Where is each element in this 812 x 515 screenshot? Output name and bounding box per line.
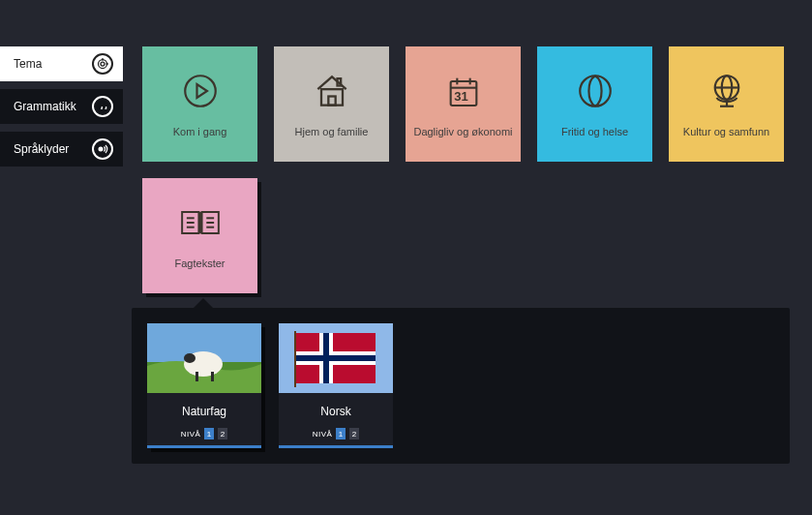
card-norsk[interactable]: Norsk NIVÅ 1 2 [279, 323, 393, 448]
svg-point-1 [101, 62, 105, 66]
tile-kultur-og-samfunn[interactable]: Kultur og samfunn [669, 46, 784, 162]
svg-rect-32 [211, 372, 214, 381]
sidebar-item-label: Grammatikk [14, 100, 76, 113]
svg-rect-38 [296, 355, 376, 361]
calendar-day: 31 [442, 89, 481, 104]
card-levels: NIVÅ 1 2 [313, 428, 360, 439]
svg-point-4 [99, 147, 104, 152]
level-2[interactable]: 2 [349, 428, 359, 439]
tile-kom-i-gang[interactable]: Kom i gang [142, 46, 257, 162]
target-icon [92, 53, 113, 75]
subitems-list: Naturfag NIVÅ 1 2 Norsk N [132, 308, 790, 464]
card-title: Norsk [320, 405, 350, 418]
tile-fagtekster[interactable]: Fagtekster [142, 178, 257, 293]
level-2[interactable]: 2 [218, 428, 227, 439]
sidebar-item-label: Tema [14, 57, 42, 71]
sidebar-item-tema[interactable]: Tema [0, 46, 123, 81]
tile-fritid-og-helse[interactable]: Fritid og helse [537, 46, 652, 162]
play-icon [179, 70, 222, 112]
card-naturfag[interactable]: Naturfag NIVÅ 1 2 [147, 323, 261, 448]
tile-label: Kom i gang [173, 126, 227, 139]
sidebar-item-label: Språklyder [14, 142, 69, 156]
flag-image [279, 323, 393, 393]
level-prefix: NIVÅ [313, 430, 333, 439]
sound-icon [92, 138, 113, 160]
tile-hjem-og-familie[interactable]: Hjem og familie [274, 46, 389, 162]
tile-label: Hjem og familie [295, 126, 369, 139]
level-1[interactable]: 1 [336, 428, 346, 439]
tile-dagligliv-og-okonomi[interactable]: 31 Dagligliv og økonomi [406, 46, 521, 162]
svg-point-14 [580, 76, 611, 106]
tile-label: Kultur og samfunn [683, 126, 769, 139]
level-1[interactable]: 1 [204, 428, 214, 439]
category-grid: Kom i gang Hjem og familie 31 Dagligliv … [142, 46, 812, 293]
house-icon [311, 70, 353, 112]
svg-point-0 [99, 60, 107, 69]
subitems-panel: Naturfag NIVÅ 1 2 Norsk N [132, 308, 790, 464]
tile-label: Fagtekster [175, 258, 226, 271]
svg-rect-8 [328, 96, 335, 105]
sidebar-item-grammatikk[interactable]: Grammatikk [0, 89, 123, 124]
level-prefix: NIVÅ [181, 430, 201, 439]
tile-label: Dagligliv og økonomi [413, 126, 512, 139]
svg-point-30 [184, 353, 195, 363]
ball-icon [574, 70, 617, 112]
svg-point-5 [185, 76, 216, 106]
book-icon [179, 201, 222, 244]
panel-pointer [194, 298, 213, 308]
globe-icon [706, 70, 748, 112]
svg-marker-6 [196, 84, 207, 98]
sidebar: Tema Grammatikk Språklyder [0, 46, 123, 174]
sheep-image [147, 323, 261, 393]
calendar-icon: 31 [442, 70, 485, 112]
svg-rect-39 [294, 331, 296, 387]
card-levels: NIVÅ 1 2 [181, 428, 228, 439]
quote-icon [92, 96, 113, 117]
sidebar-item-spraklyder[interactable]: Språklyder [0, 132, 123, 167]
svg-rect-31 [195, 372, 198, 381]
tile-label: Fritid og helse [561, 126, 628, 139]
card-title: Naturfag [182, 405, 226, 418]
